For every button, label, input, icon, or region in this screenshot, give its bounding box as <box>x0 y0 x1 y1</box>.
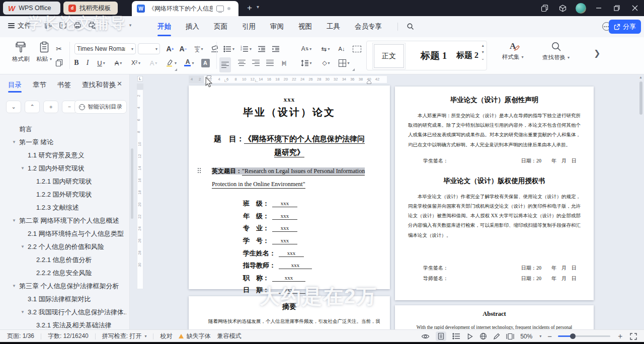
sidebar-close-icon[interactable]: ✕ <box>117 80 122 88</box>
menu-tab-审阅[interactable]: 审阅 <box>270 21 284 32</box>
zoom-in-button[interactable]: ＋ <box>616 331 624 341</box>
outline-item[interactable]: 1.2.3 文献综述 <box>0 201 126 214</box>
sidebar-tab-目录[interactable]: 目录 <box>8 80 22 90</box>
zoom-slider-knob[interactable] <box>570 333 576 339</box>
zoom-out-button[interactable]: − <box>547 332 552 340</box>
redo-icon[interactable]: ↷ <box>116 20 122 30</box>
justify-icon[interactable] <box>264 57 276 68</box>
outline-item[interactable]: 2.2.2 信息安全风险 <box>0 267 126 280</box>
field-value[interactable]: xxx <box>279 250 304 257</box>
outline-plus-button[interactable]: ＋ <box>43 101 58 113</box>
vertical-ruler[interactable]: 24681012141618202224262830 <box>137 83 143 289</box>
tab-stop-marker[interactable]: ∟ <box>255 78 259 83</box>
outline-item[interactable]: ▼第三章 个人信息保护法律框架分析 <box>0 280 126 293</box>
style-chip-heading2[interactable]: 标题 2 <box>453 44 481 67</box>
zoom-level[interactable]: 50% <box>520 333 532 340</box>
field-value[interactable]: xxx <box>272 275 305 282</box>
field-value[interactable]: xxx <box>272 225 297 232</box>
outline-item[interactable]: ▼3.2 我国现行个人信息保护法律体... <box>0 306 126 319</box>
outline-item[interactable]: ▼第二章 网络环境下的个人信息概述 <box>0 214 126 227</box>
sort-icon[interactable]: A↓ <box>335 43 348 54</box>
share-button[interactable]: 分享 <box>609 20 641 34</box>
align-right-icon[interactable] <box>250 57 262 68</box>
search-icon[interactable] <box>407 23 414 30</box>
outline-item[interactable]: ▼1.2 国内外研究现状 <box>0 162 126 175</box>
distribute-icon[interactable]: |≡| <box>278 57 290 68</box>
font-name-select[interactable]: Times New Roman▾ <box>74 43 136 54</box>
expand-arrow-icon[interactable]: ▼ <box>21 240 25 253</box>
web-layout-icon[interactable] <box>479 332 487 340</box>
gallery-expand-icon[interactable]: ⌄ <box>481 56 485 61</box>
tab-document[interactable]: W 《网络环境下的个人信息保护 <box>132 1 238 16</box>
outline-item[interactable]: 1.2.1 国内研究现状 <box>0 175 126 188</box>
menu-tab-插入[interactable]: 插入 <box>185 21 200 32</box>
menu-tab-引用[interactable]: 引用 <box>242 21 256 32</box>
char-shading-icon[interactable]: A <box>199 57 211 68</box>
tab-wps-home[interactable]: W WPS Office <box>3 2 60 15</box>
gallery-up-icon[interactable]: ▴ <box>482 43 484 48</box>
page-border-icon[interactable] <box>350 43 363 54</box>
menu-tab-视图[interactable]: 视图 <box>298 21 312 32</box>
drag-handle-icon[interactable] <box>198 168 202 174</box>
bold-icon[interactable]: B <box>71 57 82 68</box>
eye-protection-icon[interactable] <box>421 333 430 340</box>
find-replace-button[interactable]: 查找替换▾ <box>542 41 570 61</box>
expand-arrow-icon[interactable]: ▼ <box>12 280 16 293</box>
menu-tab-会员专享[interactable]: 会员专享 <box>354 21 382 32</box>
page-view-icon[interactable] <box>436 331 446 341</box>
style-chip-heading1[interactable]: 标题 1 <box>415 44 452 67</box>
field-value[interactable]: xxx <box>272 287 305 294</box>
outline-item[interactable]: 2.1 网络环境特点与个人信息类型 <box>0 227 126 240</box>
outline-item[interactable]: 1.2.2 国外研究现状 <box>0 188 126 201</box>
style-chip-body[interactable]: 正文 <box>374 44 404 68</box>
save-icon[interactable] <box>44 21 52 29</box>
close-button[interactable] <box>626 0 644 16</box>
fit-page-icon[interactable] <box>506 333 514 340</box>
cut-icon[interactable]: ✂ <box>53 43 64 54</box>
font-color-icon[interactable]: A▾ <box>181 57 197 68</box>
expand-arrow-icon[interactable]: ▼ <box>12 136 16 149</box>
sidebar-tab-查找和替换[interactable]: 查找和替换 <box>82 80 116 90</box>
page-abstract-en[interactable]: Abstract With the rapid development of i… <box>395 305 594 329</box>
user-avatar[interactable] <box>572 0 590 16</box>
outline-collapse-button[interactable]: ⌄ <box>6 101 21 113</box>
clear-format-icon[interactable] <box>208 43 220 54</box>
align-center-icon[interactable] <box>235 57 248 68</box>
tab-list-chevron-icon[interactable]: ▾ <box>257 4 259 10</box>
zoom-chevron-icon[interactable]: ▾ <box>539 334 541 338</box>
tab-docer-template[interactable]: d 找稻壳模板 <box>63 2 118 15</box>
edit-mode-icon[interactable] <box>493 333 500 340</box>
text-effects-icon[interactable]: A▾ <box>146 57 161 68</box>
minimize-button[interactable] <box>590 0 608 16</box>
expand-arrow-icon[interactable]: ▼ <box>21 162 25 175</box>
field-value[interactable]: xxx <box>279 262 312 269</box>
strikethrough-icon[interactable]: A▾ <box>111 57 126 68</box>
word-count[interactable]: 字数: 12/16240 <box>48 332 89 340</box>
menu-tab-页面[interactable]: 页面 <box>213 21 228 32</box>
play-view-icon[interactable] <box>466 333 473 340</box>
copy-icon[interactable] <box>53 57 64 68</box>
horizontal-ruler[interactable]: ∟ ∟ 422468101214161820222426283032343638… <box>189 75 387 83</box>
outline-item[interactable]: ▼第一章 绪论 <box>0 136 126 149</box>
outline-expand-button[interactable]: ⌃ <box>25 101 40 113</box>
increase-font-icon[interactable]: A+ <box>164 43 176 54</box>
outline-item[interactable]: 1.1 研究背景及意义 <box>0 149 126 162</box>
fullscreen-icon[interactable] <box>630 333 637 340</box>
smart-toc-button[interactable]: 智能识别目录 <box>74 100 127 114</box>
sidebar-tab-书签[interactable]: 书签 <box>57 80 71 90</box>
bullet-list-icon[interactable]: ▾ <box>221 43 236 54</box>
sidebar-tab-章节[interactable]: 章节 <box>33 80 46 90</box>
field-value[interactable]: xxx <box>272 213 297 220</box>
expand-arrow-icon[interactable]: ▼ <box>21 306 25 319</box>
borders-icon[interactable]: ▾ <box>336 57 352 68</box>
font-size-select[interactable]: ▾ <box>138 43 160 54</box>
field-value[interactable]: xxx <box>272 200 297 207</box>
page-abstract-cn[interactable]: 摘要 随着网络技术的迅猛发展，个人信息泄露事件频发，引发社会广泛关注。当前，我 … <box>189 296 390 329</box>
zoom-slider[interactable] <box>558 335 610 337</box>
style-set-button[interactable]: A 样式集▾ <box>502 41 524 61</box>
menu-tab-开始[interactable]: 开始 <box>157 21 172 32</box>
merge-windows-icon[interactable] <box>535 0 553 16</box>
tab-stop-selector[interactable]: L <box>137 76 143 81</box>
line-spacing-icon[interactable]: ▾ <box>298 57 315 68</box>
print-icon[interactable] <box>73 21 82 29</box>
